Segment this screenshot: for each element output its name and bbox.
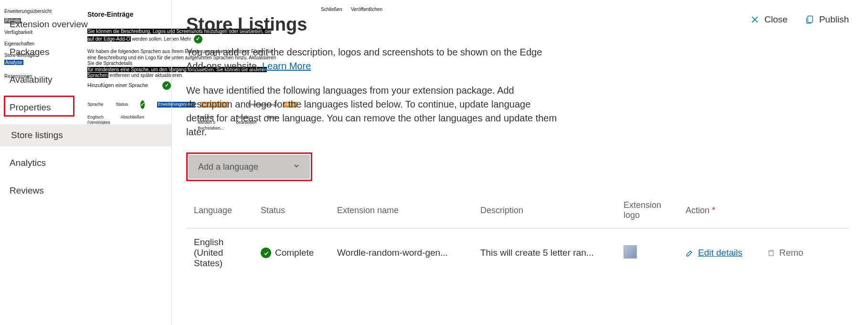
publish-icon [805,15,815,24]
sidebar-item-reviews[interactable]: Reviews [0,180,171,202]
sidebar-item-analytics[interactable]: Analytics [0,152,171,174]
intro-text: You can add or edit the description, log… [186,45,559,73]
sidebar-item-packages[interactable]: Packages [0,41,171,63]
col-extension-logo: Extension logo [616,195,678,228]
svg-rect-3 [769,251,773,256]
add-language-label: Add a language [198,162,258,172]
remove-link[interactable]: Remo [767,248,841,258]
close-icon [750,15,760,24]
edit-details-link[interactable]: Edit details [686,248,752,258]
page-title: Store Listings [186,14,849,35]
cell-logo [616,228,678,278]
svg-rect-2 [808,16,813,22]
col-description: Description [473,195,616,228]
cell-language: English (United States) [186,228,253,278]
required-indicator: * [712,206,715,215]
close-button[interactable]: Close [750,14,788,25]
pencil-icon [686,249,694,257]
learn-more-link[interactable]: Learn More [262,61,311,71]
cell-status: Complete [253,228,329,278]
publish-label: Publish [819,14,849,25]
trash-icon [767,249,775,257]
add-language-dropdown[interactable]: Add a language [189,155,310,179]
close-label: Close [764,14,788,25]
chevron-down-icon [293,162,300,172]
cell-extension-name: Wordle-random-word-gen... [329,228,473,278]
main-content: Close Publish Store Listings You can add… [172,0,868,325]
table-row: English (United States) Complete Wordle-… [186,228,849,278]
cell-description: This will create 5 letter ran... [473,228,616,278]
extension-logo-thumb [624,245,637,259]
col-language: Language [186,195,253,228]
col-action: Action * [678,195,759,228]
sidebar-item-properties[interactable]: Properties [0,97,171,119]
sidebar-item-availability[interactable]: Availability [0,69,171,91]
col-remove [759,195,849,228]
language-guidance-text: We have identified the following languag… [186,84,559,139]
publish-button[interactable]: Publish [805,14,849,25]
languages-table: Language Status Extension name Descripti… [186,195,849,277]
sidebar-item-store-listings[interactable]: Store listings [0,124,171,146]
col-extension-name: Extension name [329,195,473,228]
col-status: Status [253,195,329,228]
status-complete-icon [261,248,271,258]
sidebar: Extension overview Packages Availability… [0,0,172,325]
sidebar-item-extension-overview[interactable]: Extension overview [0,13,171,35]
add-language-highlight: Add a language [186,152,312,181]
